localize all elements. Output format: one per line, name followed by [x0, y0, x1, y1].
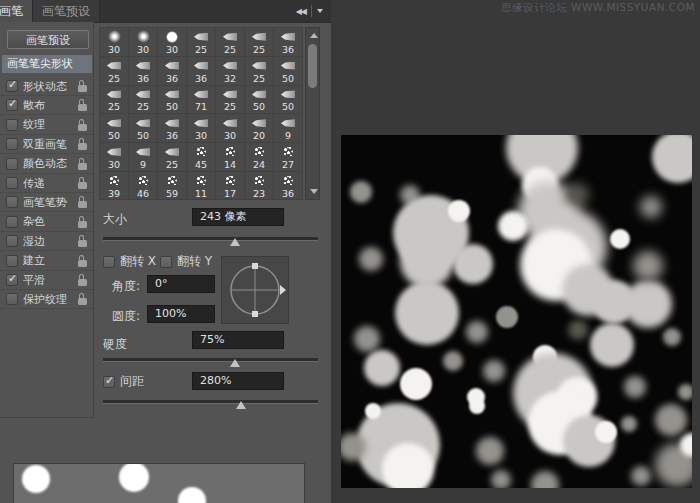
item-checkbox[interactable]	[6, 293, 18, 305]
lock-icon[interactable]	[78, 163, 87, 170]
hardness-slider-thumb[interactable]	[230, 359, 240, 367]
brush-tip-cell[interactable]: 25	[187, 28, 216, 57]
lock-icon[interactable]	[78, 85, 87, 92]
size-value-field[interactable]: 243 像素	[192, 208, 284, 226]
brush-tip-cell[interactable]: 59	[158, 172, 187, 200]
brush-tip-cell[interactable]: 27	[274, 143, 303, 172]
item-checkbox[interactable]	[6, 196, 18, 208]
brush-tip-cell[interactable]: 36	[187, 57, 216, 86]
item-checkbox[interactable]	[6, 177, 18, 189]
angle-roundness-dial[interactable]	[221, 256, 289, 324]
brush-tip-cell[interactable]: 36	[274, 28, 303, 57]
brush-tip-cell[interactable]: 50	[274, 57, 303, 86]
angle-value-field[interactable]: 0°	[147, 275, 215, 293]
brush-tip-cell[interactable]: 30	[129, 28, 158, 57]
sidebar-item[interactable]: 散布	[0, 96, 94, 115]
sidebar-item[interactable]: 颜色动态	[0, 155, 94, 174]
sidebar-item[interactable]: 传递	[0, 174, 94, 193]
brush-tip-cell[interactable]: 25	[245, 57, 274, 86]
spacing-value-field[interactable]: 280%	[192, 372, 284, 390]
item-checkbox[interactable]	[6, 255, 18, 267]
brush-presets-button[interactable]: 画笔预设	[7, 30, 89, 49]
spacing-checkbox[interactable]	[103, 376, 115, 388]
brush-tip-cell[interactable]: 45	[187, 143, 216, 172]
brush-tip-cell[interactable]: 30	[216, 114, 245, 143]
sidebar-item[interactable]: 平滑	[0, 271, 94, 290]
brush-tip-cell[interactable]: 24	[245, 143, 274, 172]
item-checkbox[interactable]	[6, 274, 18, 286]
sidebar-item[interactable]: 杂色	[0, 213, 94, 232]
lock-icon[interactable]	[78, 124, 87, 131]
sidebar-item[interactable]: 湿边	[0, 232, 94, 251]
sidebar-item[interactable]: 建立	[0, 252, 94, 271]
brush-tip-cell[interactable]: 50	[129, 114, 158, 143]
brush-tip-cell[interactable]: 30	[100, 28, 129, 57]
lock-icon[interactable]	[78, 182, 87, 189]
brush-tip-cell[interactable]: 36	[158, 114, 187, 143]
size-slider[interactable]	[103, 234, 318, 246]
spacing-slider[interactable]	[103, 397, 318, 409]
brush-tip-cell[interactable]: 32	[216, 57, 245, 86]
brush-tip-cell[interactable]: 30	[158, 28, 187, 57]
collapse-panel-icon[interactable]: ◀◀	[296, 7, 306, 16]
lock-icon[interactable]	[78, 143, 87, 150]
sidebar-item[interactable]: 双重画笔	[0, 135, 94, 154]
item-checkbox[interactable]	[6, 138, 18, 150]
tab-brush[interactable]: 画笔	[0, 0, 33, 22]
tab-brush-presets[interactable]: 画笔预设	[33, 0, 100, 22]
brush-tip-cell[interactable]: 30	[187, 114, 216, 143]
item-checkbox[interactable]	[6, 235, 18, 247]
brush-tip-cell[interactable]: 71	[187, 86, 216, 115]
scroll-up-icon[interactable]	[310, 33, 318, 38]
brush-grid-scrollbar[interactable]	[305, 27, 320, 200]
roundness-value-field[interactable]: 100%	[147, 305, 215, 323]
sidebar-item-brush-tip-shape[interactable]: 画笔笔尖形状	[2, 55, 92, 73]
brush-tip-cell[interactable]: 17	[216, 172, 245, 200]
lock-icon[interactable]	[78, 221, 87, 228]
brush-tip-cell[interactable]: 20	[245, 114, 274, 143]
scroll-down-icon[interactable]	[310, 189, 318, 194]
panel-menu-icon[interactable]	[317, 9, 325, 13]
lock-icon[interactable]	[78, 240, 87, 247]
lock-icon[interactable]	[78, 279, 87, 286]
lock-icon[interactable]	[78, 104, 87, 111]
brush-tip-cell[interactable]: 50	[245, 86, 274, 115]
brush-tip-cell[interactable]: 23	[245, 172, 274, 200]
sidebar-item[interactable]: 保护纹理	[0, 290, 94, 309]
sidebar-item[interactable]: 画笔笔势	[0, 193, 94, 212]
item-checkbox[interactable]	[6, 216, 18, 228]
brush-tip-cell[interactable]: 25	[216, 28, 245, 57]
flip-x-checkbox[interactable]	[103, 256, 115, 268]
lock-icon[interactable]	[78, 201, 87, 208]
sidebar-item[interactable]: 纹理	[0, 116, 94, 135]
brush-tip-cell[interactable]: 50	[274, 86, 303, 115]
brush-tip-cell[interactable]: 30	[100, 143, 129, 172]
brush-tip-cell[interactable]: 9	[129, 143, 158, 172]
brush-tip-cell[interactable]: 36	[158, 57, 187, 86]
item-checkbox[interactable]	[6, 119, 18, 131]
size-slider-thumb[interactable]	[230, 238, 240, 246]
brush-tip-cell[interactable]: 25	[245, 28, 274, 57]
spacing-slider-thumb[interactable]	[236, 401, 246, 409]
brush-tip-cell[interactable]: 25	[100, 57, 129, 86]
hardness-slider[interactable]	[103, 355, 318, 367]
hardness-value-field[interactable]: 75%	[192, 331, 284, 349]
flip-y-checkbox[interactable]	[160, 256, 172, 268]
brush-tip-cell[interactable]: 25	[100, 86, 129, 115]
brush-tip-cell[interactable]: 14	[216, 143, 245, 172]
scrollbar-thumb[interactable]	[308, 44, 317, 88]
brush-tip-cell[interactable]: 50	[158, 86, 187, 115]
brush-tip-cell[interactable]: 36	[274, 172, 303, 200]
brush-tip-cell[interactable]: 25	[129, 86, 158, 115]
brush-tip-cell[interactable]: 36	[129, 57, 158, 86]
brush-tip-cell[interactable]: 9	[274, 114, 303, 143]
brush-tip-cell[interactable]: 50	[100, 114, 129, 143]
lock-icon[interactable]	[78, 260, 87, 267]
sidebar-item[interactable]: 形状动态	[0, 77, 94, 96]
brush-tip-cell[interactable]: 46	[129, 172, 158, 200]
brush-tip-cell[interactable]: 25	[158, 143, 187, 172]
brush-tip-cell[interactable]: 39	[100, 172, 129, 200]
lock-icon[interactable]	[78, 298, 87, 305]
item-checkbox[interactable]	[6, 80, 18, 92]
brush-tip-cell[interactable]: 25	[216, 86, 245, 115]
